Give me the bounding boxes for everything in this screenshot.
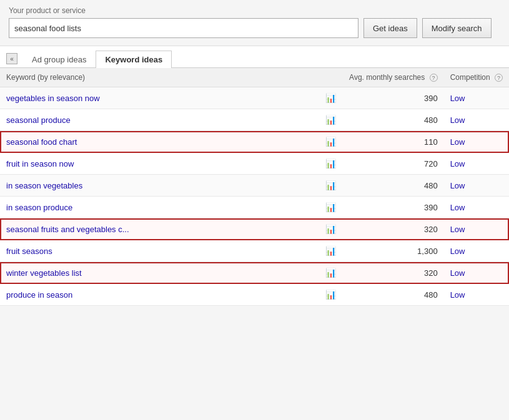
- keyword-cell[interactable]: seasonal produce: [0, 109, 318, 131]
- keyword-cell[interactable]: seasonal fruits and vegetables c...: [0, 218, 318, 240]
- collapse-button[interactable]: «: [6, 53, 17, 64]
- trend-chart-icon: 📊: [325, 290, 336, 300]
- product-label: Your product or service: [9, 6, 500, 15]
- table-row: seasonal food chart📊110Low: [0, 131, 509, 153]
- chart-icon-cell[interactable]: 📊: [318, 240, 343, 262]
- table-row: winter vegetables list📊320Low: [0, 262, 509, 284]
- table-row: fruit in season now📊720Low: [0, 153, 509, 175]
- table-wrapper: Keyword (by relevance) Avg. monthly sear…: [0, 68, 509, 306]
- searches-cell: 320: [343, 218, 444, 240]
- competition-cell: Low: [444, 284, 509, 306]
- modify-search-button[interactable]: Modify search: [422, 18, 492, 38]
- searches-cell: 720: [343, 153, 444, 175]
- chart-icon-cell[interactable]: 📊: [318, 109, 343, 131]
- chart-icon-cell[interactable]: 📊: [318, 175, 343, 197]
- keyword-cell[interactable]: vegetables in season now: [0, 87, 318, 109]
- table-row: seasonal fruits and vegetables c...📊320L…: [0, 218, 509, 240]
- trend-chart-icon: 📊: [325, 115, 336, 125]
- keyword-cell[interactable]: in season vegetables: [0, 175, 318, 197]
- searches-cell: 320: [343, 262, 444, 284]
- chart-icon-cell[interactable]: 📊: [318, 218, 343, 240]
- competition-cell: Low: [444, 131, 509, 153]
- competition-cell: Low: [444, 153, 509, 175]
- trend-chart-icon: 📊: [325, 93, 336, 103]
- competition-help-icon[interactable]: ?: [495, 74, 503, 82]
- table-row: fruit seasons📊1,300Low: [0, 240, 509, 262]
- chart-icon-cell[interactable]: 📊: [318, 131, 343, 153]
- searches-cell: 480: [343, 109, 444, 131]
- keyword-cell[interactable]: fruit seasons: [0, 240, 318, 262]
- tab-keyword-ideas[interactable]: Keyword ideas: [96, 51, 172, 68]
- table-row: seasonal produce📊480Low: [0, 109, 509, 131]
- trend-chart-icon: 📊: [325, 159, 336, 168]
- competition-cell: Low: [444, 175, 509, 197]
- top-section: Your product or service Get ideas Modify…: [0, 0, 509, 46]
- searches-cell: 110: [343, 131, 444, 153]
- search-input[interactable]: [9, 18, 358, 38]
- chart-icon-cell[interactable]: 📊: [318, 197, 343, 218]
- keyword-cell[interactable]: fruit in season now: [0, 153, 318, 175]
- keyword-cell[interactable]: seasonal food chart: [0, 131, 318, 153]
- competition-cell: Low: [444, 109, 509, 131]
- competition-cell: Low: [444, 262, 509, 284]
- get-ideas-button[interactable]: Get ideas: [363, 18, 417, 38]
- trend-chart-icon: 📊: [325, 224, 336, 234]
- trend-chart-icon: 📊: [325, 180, 336, 190]
- trend-chart-icon: 📊: [325, 202, 336, 212]
- col-competition: Competition ?: [444, 68, 509, 87]
- competition-cell: Low: [444, 218, 509, 240]
- col-chart: [318, 68, 343, 87]
- keyword-cell[interactable]: in season produce: [0, 197, 318, 218]
- keyword-table: Keyword (by relevance) Avg. monthly sear…: [0, 68, 509, 306]
- col-searches: Avg. monthly searches ?: [343, 68, 444, 87]
- chart-icon-cell[interactable]: 📊: [318, 284, 343, 306]
- searches-cell: 390: [343, 87, 444, 109]
- competition-cell: Low: [444, 197, 509, 218]
- tabs-bar: « Ad group ideas Keyword ideas: [0, 46, 509, 68]
- chart-icon-cell[interactable]: 📊: [318, 87, 343, 109]
- table-row: in season vegetables📊480Low: [0, 175, 509, 197]
- trend-chart-icon: 📊: [325, 246, 336, 256]
- chart-icon-cell[interactable]: 📊: [318, 153, 343, 175]
- search-row: Get ideas Modify search: [9, 18, 500, 38]
- table-row: vegetables in season now📊390Low: [0, 87, 509, 109]
- tab-ad-group[interactable]: Ad group ideas: [22, 51, 96, 68]
- searches-cell: 480: [343, 175, 444, 197]
- table-header-row: Keyword (by relevance) Avg. monthly sear…: [0, 68, 509, 87]
- table-row: produce in season📊480Low: [0, 284, 509, 306]
- table-body: vegetables in season now📊390Lowseasonal …: [0, 87, 509, 306]
- searches-cell: 390: [343, 197, 444, 218]
- searches-cell: 1,300: [343, 240, 444, 262]
- col-keyword: Keyword (by relevance): [0, 68, 318, 87]
- trend-chart-icon: 📊: [325, 137, 336, 147]
- competition-cell: Low: [444, 240, 509, 262]
- searches-cell: 480: [343, 284, 444, 306]
- keyword-cell[interactable]: produce in season: [0, 284, 318, 306]
- chart-icon-cell[interactable]: 📊: [318, 262, 343, 284]
- table-row: in season produce📊390Low: [0, 197, 509, 218]
- trend-chart-icon: 📊: [325, 268, 336, 278]
- keyword-cell[interactable]: winter vegetables list: [0, 262, 318, 284]
- competition-cell: Low: [444, 87, 509, 109]
- searches-help-icon[interactable]: ?: [430, 74, 438, 82]
